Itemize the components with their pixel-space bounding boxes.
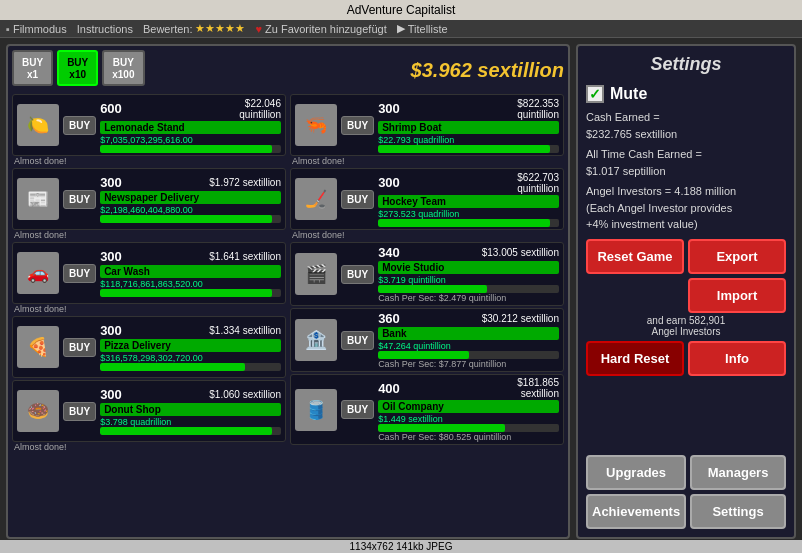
progress-bar <box>378 219 550 227</box>
business-info: 300$622.703 quintillionHockey Team$273.5… <box>378 172 559 227</box>
business-name: Shrimp Boat <box>378 121 559 134</box>
list-item: 🛢️BUY400$181.865 sextillionOil Company$1… <box>290 374 564 445</box>
progress-bar-container <box>100 363 281 371</box>
business-wrapper: 🏒BUY300$622.703 quintillionHockey Team$2… <box>290 168 564 240</box>
right-panel: Settings ✓ Mute Cash Earned = $232.765 s… <box>576 44 796 539</box>
business-buy-button[interactable]: BUY <box>341 400 374 419</box>
business-price: $2,198,460,404,880.00 <box>100 205 281 215</box>
list-item: 🏦BUY360$30.212 sextillionBank$47.264 qui… <box>290 308 564 372</box>
settings-nav-button[interactable]: Settings <box>690 494 786 529</box>
toolbar-bewerten: Bewerten: ★★★★★ <box>143 22 246 35</box>
business-buy-button[interactable]: BUY <box>341 265 374 284</box>
achievements-button[interactable]: Achievements <box>586 494 686 529</box>
title-bar: AdVenture Capitalist <box>0 0 802 20</box>
status-bar: 1134x762 141kb JPEG <box>0 540 802 553</box>
business-icon: 🛢️ <box>295 389 337 431</box>
list-item: 🎬BUY340$13.005 sextillionMovie Studio$3.… <box>290 242 564 306</box>
heart-icon: ♥ <box>255 23 262 35</box>
business-name: Car Wash <box>100 265 281 278</box>
business-wrapper: 📰BUY300$1.972 sextillionNewspaper Delive… <box>12 168 286 240</box>
info-button[interactable]: Info <box>688 341 786 376</box>
business-icon: 🚗 <box>17 252 59 294</box>
business-status: Almost done! <box>12 304 286 314</box>
business-buy-button[interactable]: BUY <box>63 264 96 283</box>
business-buy-button[interactable]: BUY <box>341 116 374 135</box>
list-item: 🚗BUY300$1.641 sextillionCar Wash$118,716… <box>12 242 286 304</box>
business-status: Almost done! <box>12 230 286 240</box>
stars[interactable]: ★★★★★ <box>195 22 245 35</box>
buy-x10-button[interactable]: BUY x10 <box>57 50 98 86</box>
toolbar-favorites[interactable]: ♥ Zu Favoriten hinzugefügt <box>255 23 386 35</box>
business-cost: $22.046 quintillion <box>239 98 281 120</box>
business-info: 340$13.005 sextillionMovie Studio$3.719 … <box>378 245 559 303</box>
buy-x100-button[interactable]: BUY x100 <box>102 50 144 86</box>
business-count: 340 <box>378 245 400 260</box>
business-buy-button[interactable]: BUY <box>63 116 96 135</box>
mute-checkbox[interactable]: ✓ <box>586 85 604 103</box>
progress-bar-container <box>100 215 281 223</box>
business-info: 360$30.212 sextillionBank$47.264 quintil… <box>378 311 559 369</box>
business-info: 300$1.972 sextillionNewspaper Delivery$2… <box>100 175 281 223</box>
progress-bar-container <box>100 289 281 297</box>
progress-bar-container <box>100 427 281 435</box>
business-name: Lemonade Stand <box>100 121 281 134</box>
business-cost: $1.060 sextillion <box>209 389 281 400</box>
business-count: 300 <box>378 101 400 116</box>
all-time-cash-value: $1.017 septillion <box>586 165 666 177</box>
business-name: Movie Studio <box>378 261 559 274</box>
business-price: $118,716,861,863,520.00 <box>100 279 281 289</box>
earn-angel-text: and earn 582,901 Angel Investors <box>586 315 786 337</box>
business-price: $47.264 quintillion <box>378 341 559 351</box>
business-cost: $30.212 sextillion <box>482 313 559 324</box>
business-status: Almost done! <box>12 442 286 452</box>
cash-earned-value: $232.765 sextillion <box>586 128 677 140</box>
business-cost: $181.865 sextillion <box>517 377 559 399</box>
business-wrapper: 🍩BUY300$1.060 sextillionDonut Shop$3.798… <box>12 380 286 452</box>
business-buy-button[interactable]: BUY <box>341 331 374 350</box>
business-info: 400$181.865 sextillionOil Company$1.449 … <box>378 377 559 442</box>
progress-bar <box>100 289 272 297</box>
business-cost: $1.334 sextillion <box>209 325 281 336</box>
business-icon: 🦐 <box>295 104 337 146</box>
import-button[interactable]: Import <box>688 278 786 313</box>
business-wrapper: 🦐BUY300$822.353 quintillionShrimp Boat$2… <box>290 94 564 166</box>
business-info: 600$22.046 quintillionLemonade Stand$7,0… <box>100 98 281 153</box>
toolbar-titelliste[interactable]: ▶ Titelliste <box>397 22 448 35</box>
progress-bar <box>378 351 468 359</box>
export-button[interactable]: Export <box>688 239 786 274</box>
business-wrapper: 🛢️BUY400$181.865 sextillionOil Company$1… <box>290 374 564 445</box>
buy-x1-button[interactable]: BUY x1 <box>12 50 53 86</box>
left-panel: BUY x1 BUY x10 BUY x100 $3.962 sextillio… <box>6 44 570 539</box>
toolbar-instructions[interactable]: Instructions <box>77 23 133 35</box>
business-price: $316,578,298,302,720.00 <box>100 353 281 363</box>
upgrades-button[interactable]: Upgrades <box>586 455 686 490</box>
business-cost: $822.353 quintillion <box>517 98 559 120</box>
business-buy-button[interactable]: BUY <box>63 190 96 209</box>
progress-bar <box>378 285 487 293</box>
business-info: 300$1.060 sextillionDonut Shop$3.798 qua… <box>100 387 281 435</box>
managers-button[interactable]: Managers <box>690 455 786 490</box>
progress-bar-container <box>378 351 559 359</box>
hard-reset-button[interactable]: Hard Reset <box>586 341 684 376</box>
business-name: Hockey Team <box>378 195 559 208</box>
business-buy-button[interactable]: BUY <box>341 190 374 209</box>
business-count: 360 <box>378 311 400 326</box>
business-status: Almost done! <box>12 156 286 166</box>
list-item: 🍕BUY300$1.334 sextillionPizza Delivery$3… <box>12 316 286 378</box>
cash-per-sec: Cash Per Sec: $7.877 quintillion <box>378 359 559 369</box>
business-buy-button[interactable]: BUY <box>63 338 96 357</box>
toolbar-filmmodus[interactable]: ▪ Filmmodus <box>6 23 67 35</box>
cash-per-sec: Cash Per Sec: $2.479 quintillion <box>378 293 559 303</box>
business-buy-button[interactable]: BUY <box>63 402 96 421</box>
business-icon: 🏒 <box>295 178 337 220</box>
business-cost: $13.005 sextillion <box>482 247 559 258</box>
business-name: Pizza Delivery <box>100 339 281 352</box>
business-price: $3.798 quadrillion <box>100 417 281 427</box>
mute-label: Mute <box>610 85 647 103</box>
reset-game-button[interactable]: Reset Game <box>586 239 684 274</box>
business-cost: $1.972 sextillion <box>209 177 281 188</box>
business-icon: 🍩 <box>17 390 59 432</box>
list-item: 🍩BUY300$1.060 sextillionDonut Shop$3.798… <box>12 380 286 442</box>
business-wrapper: 🎬BUY340$13.005 sextillionMovie Studio$3.… <box>290 242 564 306</box>
business-count: 300 <box>100 323 122 338</box>
